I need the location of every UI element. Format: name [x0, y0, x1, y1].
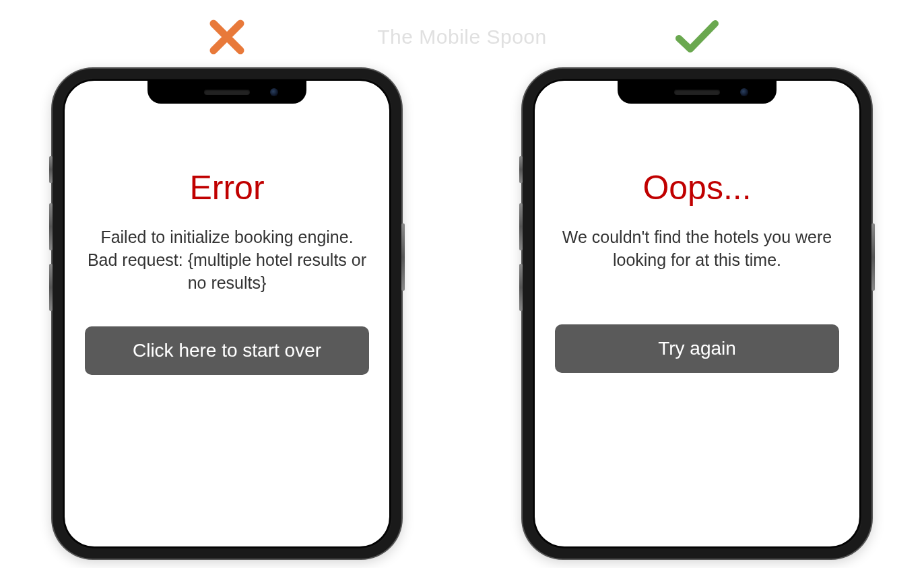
phone-bezel: Error Failed to initialize booking engin… [62, 78, 392, 549]
phone-side-button [871, 223, 875, 291]
oops-title: Oops... [555, 168, 839, 207]
phone-side-button [49, 203, 53, 250]
phone-frame-good: Oops... We couldn't find the hotels you … [523, 69, 871, 559]
good-example: Oops... We couldn't find the hotels you … [523, 13, 871, 559]
phone-screen: Oops... We couldn't find the hotels you … [535, 81, 859, 546]
phone-speaker [204, 90, 250, 95]
cross-icon [207, 13, 247, 61]
bad-example: Error Failed to initialize booking engin… [53, 13, 401, 559]
phone-side-button [49, 264, 53, 311]
error-title: Error [85, 168, 369, 207]
error-message: Failed to initialize booking engine. Bad… [85, 226, 369, 294]
phone-camera [740, 88, 748, 96]
phone-side-button [519, 203, 523, 250]
phone-speaker [674, 90, 720, 95]
start-over-button[interactable]: Click here to start over [85, 326, 369, 375]
watermark-text: The Mobile Spoon [377, 26, 547, 48]
oops-screen-content: Oops... We couldn't find the hotels you … [535, 81, 859, 373]
phone-side-button [49, 156, 53, 183]
comparison-container: Error Failed to initialize booking engin… [0, 0, 924, 559]
oops-message: We couldn't find the hotels you were loo… [555, 226, 839, 272]
phone-screen: Error Failed to initialize booking engin… [65, 81, 389, 546]
phone-camera [270, 88, 278, 96]
phone-notch [618, 81, 777, 104]
error-screen-content: Error Failed to initialize booking engin… [65, 81, 389, 375]
phone-notch [147, 81, 306, 104]
spacer [555, 304, 839, 324]
phone-bezel: Oops... We couldn't find the hotels you … [532, 78, 862, 549]
phone-side-button [519, 156, 523, 183]
phone-side-button [401, 223, 405, 291]
try-again-button[interactable]: Try again [555, 324, 839, 373]
phone-side-button [519, 264, 523, 311]
phone-frame-bad: Error Failed to initialize booking engin… [53, 69, 401, 559]
check-icon [673, 13, 721, 61]
